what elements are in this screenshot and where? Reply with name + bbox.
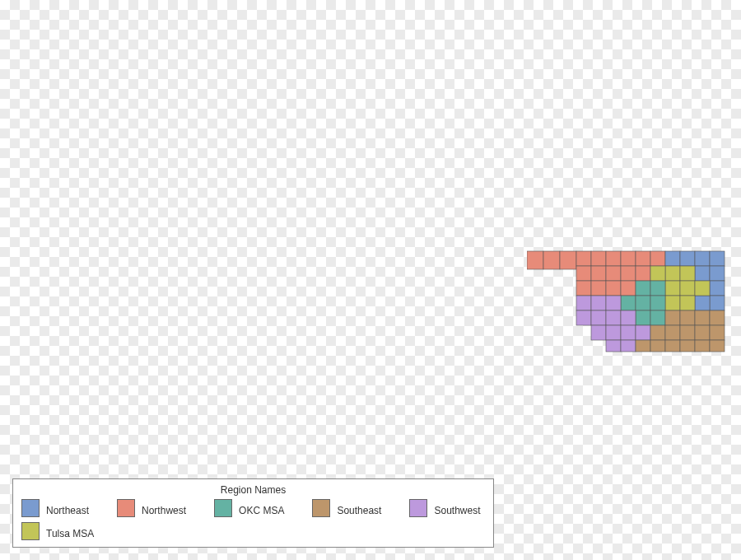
svg-rect-60 (665, 325, 680, 340)
svg-rect-68 (695, 340, 710, 352)
svg-rect-32 (665, 296, 680, 310)
svg-rect-12 (621, 266, 636, 281)
swatch-southwest (409, 499, 427, 517)
svg-rect-22 (695, 266, 710, 281)
map-svg (527, 243, 733, 366)
svg-rect-15 (591, 281, 606, 296)
legend-title: Region Names (21, 484, 485, 496)
legend-label: Northeast (46, 506, 89, 517)
legend-item-southwest: Southwest (409, 499, 480, 517)
svg-rect-0 (527, 251, 543, 269)
legend-item-northeast: Northeast (21, 499, 89, 517)
svg-rect-3 (576, 251, 591, 266)
svg-rect-39 (650, 296, 665, 310)
svg-rect-11 (606, 266, 621, 281)
svg-rect-55 (650, 325, 665, 340)
svg-rect-51 (621, 325, 636, 340)
svg-rect-16 (606, 281, 621, 296)
legend-box: Region Names Northeast Northwest OKC MSA… (12, 478, 494, 548)
svg-rect-47 (606, 310, 621, 325)
svg-rect-65 (650, 340, 665, 352)
svg-rect-23 (710, 266, 725, 281)
legend-item-northwest: Northwest (117, 499, 186, 517)
svg-rect-61 (680, 325, 695, 340)
oklahoma-region-map (527, 243, 733, 366)
svg-rect-31 (695, 281, 710, 296)
svg-rect-9 (576, 266, 591, 281)
legend-label: Northwest (142, 506, 186, 517)
svg-rect-62 (695, 325, 710, 340)
svg-rect-37 (621, 296, 636, 310)
svg-rect-24 (710, 281, 725, 296)
svg-rect-26 (695, 296, 710, 310)
svg-rect-44 (606, 296, 621, 310)
svg-rect-13 (636, 266, 650, 281)
svg-rect-7 (636, 251, 650, 266)
svg-rect-69 (710, 340, 725, 352)
svg-rect-28 (680, 266, 695, 281)
svg-rect-56 (665, 310, 680, 325)
svg-rect-18 (665, 251, 680, 266)
svg-rect-41 (650, 310, 665, 325)
svg-rect-43 (591, 296, 606, 310)
svg-rect-67 (680, 340, 695, 352)
svg-rect-52 (606, 340, 621, 352)
svg-rect-40 (636, 310, 650, 325)
svg-rect-59 (710, 310, 725, 325)
svg-rect-35 (636, 281, 650, 296)
svg-rect-25 (710, 296, 725, 310)
legend-items: Northeast Northwest OKC MSA Southeast So… (21, 499, 485, 540)
legend-label: OKC MSA (239, 506, 284, 517)
svg-rect-10 (591, 266, 606, 281)
legend-item-southeast: Southeast (312, 499, 381, 517)
swatch-northeast (21, 499, 40, 517)
svg-rect-46 (591, 310, 606, 325)
legend-item-okc-msa: OKC MSA (214, 499, 284, 517)
svg-rect-53 (621, 340, 636, 352)
swatch-okc-msa (214, 499, 232, 517)
legend-label: Southeast (337, 506, 381, 517)
legend-label: Tulsa MSA (46, 529, 94, 540)
svg-rect-17 (621, 281, 636, 296)
svg-rect-66 (665, 340, 680, 352)
svg-rect-14 (576, 281, 591, 296)
svg-rect-36 (650, 281, 665, 296)
svg-rect-2 (560, 251, 576, 269)
svg-rect-4 (591, 251, 606, 266)
svg-rect-45 (576, 310, 591, 325)
svg-rect-19 (680, 251, 695, 266)
svg-rect-58 (695, 310, 710, 325)
svg-rect-8 (650, 251, 665, 266)
svg-rect-20 (695, 251, 710, 266)
svg-rect-33 (680, 296, 695, 310)
svg-rect-54 (636, 325, 650, 340)
svg-rect-6 (621, 251, 636, 266)
legend-label: Southwest (434, 506, 480, 517)
svg-rect-21 (710, 251, 725, 266)
svg-rect-50 (606, 325, 621, 340)
svg-rect-49 (591, 325, 606, 340)
svg-rect-30 (680, 281, 695, 296)
svg-rect-38 (636, 296, 650, 310)
svg-rect-42 (576, 296, 591, 310)
legend-item-tulsa-msa: Tulsa MSA (21, 522, 94, 540)
svg-rect-64 (636, 340, 650, 352)
svg-rect-1 (543, 251, 560, 269)
svg-rect-29 (665, 281, 680, 296)
svg-rect-34 (650, 266, 665, 281)
swatch-northwest (117, 499, 135, 517)
svg-rect-48 (621, 310, 636, 325)
swatch-tulsa-msa (21, 522, 40, 540)
svg-rect-5 (606, 251, 621, 266)
swatch-southeast (312, 499, 330, 517)
svg-rect-27 (665, 266, 680, 281)
svg-rect-63 (710, 325, 725, 340)
svg-rect-57 (680, 310, 695, 325)
